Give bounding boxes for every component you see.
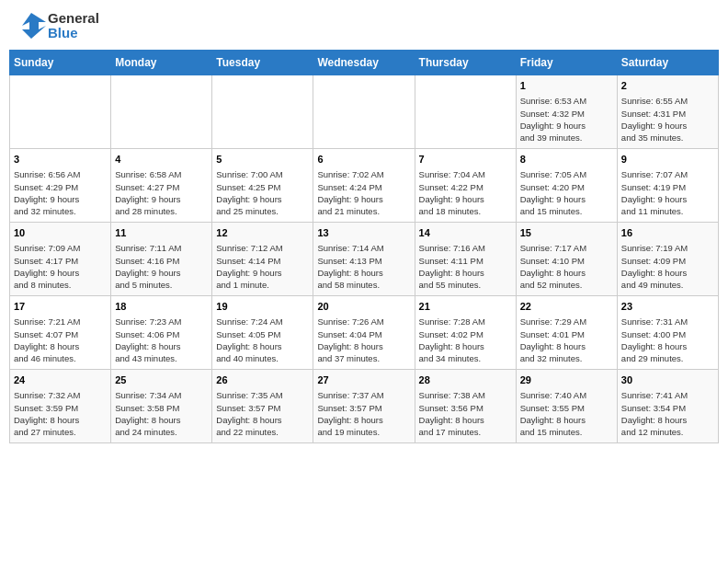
column-header-monday: Monday: [111, 51, 212, 75]
calendar-cell: 25Sunrise: 7:34 AM Sunset: 3:58 PM Dayli…: [111, 370, 212, 443]
logo-general: General: [48, 10, 99, 26]
day-number: 15: [520, 226, 613, 240]
day-number: 18: [115, 300, 208, 314]
calendar-cell: 10Sunrise: 7:09 AM Sunset: 4:17 PM Dayli…: [10, 223, 111, 296]
day-info: Sunrise: 7:00 AM Sunset: 4:25 PM Dayligh…: [216, 168, 309, 217]
calendar-week-row: 24Sunrise: 7:32 AM Sunset: 3:59 PM Dayli…: [10, 370, 719, 443]
calendar-week-row: 17Sunrise: 7:21 AM Sunset: 4:07 PM Dayli…: [10, 296, 719, 370]
day-info: Sunrise: 6:58 AM Sunset: 4:27 PM Dayligh…: [115, 168, 208, 217]
day-info: Sunrise: 7:14 AM Sunset: 4:13 PM Dayligh…: [317, 242, 410, 291]
day-number: 27: [317, 373, 410, 387]
day-number: 12: [216, 226, 309, 240]
day-number: 23: [621, 300, 714, 314]
logo: General Blue: [13, 9, 99, 42]
day-info: Sunrise: 6:55 AM Sunset: 4:31 PM Dayligh…: [621, 95, 714, 144]
day-number: 8: [520, 153, 613, 167]
calendar-cell: 19Sunrise: 7:24 AM Sunset: 4:05 PM Dayli…: [212, 296, 313, 370]
calendar-cell: 12Sunrise: 7:12 AM Sunset: 4:14 PM Dayli…: [212, 223, 313, 296]
day-info: Sunrise: 6:56 AM Sunset: 4:29 PM Dayligh…: [14, 168, 107, 217]
calendar-cell: 27Sunrise: 7:37 AM Sunset: 3:57 PM Dayli…: [313, 370, 415, 443]
day-number: 21: [419, 300, 512, 314]
day-number: 22: [520, 300, 613, 314]
calendar-cell: 1Sunrise: 6:53 AM Sunset: 4:32 PM Daylig…: [516, 75, 617, 149]
calendar-cell: 17Sunrise: 7:21 AM Sunset: 4:07 PM Dayli…: [10, 296, 111, 370]
day-number: 14: [419, 226, 512, 240]
calendar-cell: 21Sunrise: 7:28 AM Sunset: 4:02 PM Dayli…: [415, 296, 516, 370]
calendar-cell: 26Sunrise: 7:35 AM Sunset: 3:57 PM Dayli…: [212, 370, 313, 443]
day-number: 7: [419, 153, 512, 167]
day-number: 5: [216, 153, 309, 167]
column-header-thursday: Thursday: [415, 51, 516, 75]
day-number: 26: [216, 373, 309, 387]
calendar-week-row: 10Sunrise: 7:09 AM Sunset: 4:17 PM Dayli…: [10, 223, 719, 296]
column-header-wednesday: Wednesday: [313, 51, 415, 75]
day-info: Sunrise: 7:09 AM Sunset: 4:17 PM Dayligh…: [14, 242, 107, 291]
day-number: 9: [621, 153, 714, 167]
calendar-cell: 9Sunrise: 7:07 AM Sunset: 4:19 PM Daylig…: [617, 149, 718, 223]
calendar-week-row: 3Sunrise: 6:56 AM Sunset: 4:29 PM Daylig…: [10, 149, 719, 223]
calendar-cell: 3Sunrise: 6:56 AM Sunset: 4:29 PM Daylig…: [10, 149, 111, 223]
day-number: 24: [14, 373, 107, 387]
day-info: Sunrise: 7:24 AM Sunset: 4:05 PM Dayligh…: [216, 316, 309, 364]
calendar-cell: 22Sunrise: 7:29 AM Sunset: 4:01 PM Dayli…: [516, 296, 617, 370]
day-info: Sunrise: 7:31 AM Sunset: 4:00 PM Dayligh…: [621, 316, 714, 364]
calendar-cell: [313, 75, 415, 149]
day-info: Sunrise: 7:17 AM Sunset: 4:10 PM Dayligh…: [520, 242, 613, 291]
day-number: 29: [520, 373, 613, 387]
calendar-header-row: SundayMondayTuesdayWednesdayThursdayFrid…: [10, 51, 719, 75]
svg-marker-0: [22, 13, 46, 39]
day-number: 11: [115, 226, 208, 240]
calendar-cell: 8Sunrise: 7:05 AM Sunset: 4:20 PM Daylig…: [516, 149, 617, 223]
day-info: Sunrise: 7:07 AM Sunset: 4:19 PM Dayligh…: [621, 168, 714, 217]
day-info: Sunrise: 7:04 AM Sunset: 4:22 PM Dayligh…: [419, 168, 512, 217]
calendar-cell: [111, 75, 212, 149]
day-number: 17: [14, 300, 107, 314]
day-info: Sunrise: 7:26 AM Sunset: 4:04 PM Dayligh…: [317, 316, 410, 364]
day-number: 13: [317, 226, 410, 240]
day-info: Sunrise: 7:23 AM Sunset: 4:06 PM Dayligh…: [115, 316, 208, 364]
calendar-cell: [415, 75, 516, 149]
calendar-cell: [212, 75, 313, 149]
day-info: Sunrise: 7:05 AM Sunset: 4:20 PM Dayligh…: [520, 168, 613, 217]
calendar-cell: 4Sunrise: 6:58 AM Sunset: 4:27 PM Daylig…: [111, 149, 212, 223]
calendar-table: SundayMondayTuesdayWednesdayThursdayFrid…: [9, 50, 719, 443]
calendar-cell: 18Sunrise: 7:23 AM Sunset: 4:06 PM Dayli…: [111, 296, 212, 370]
day-number: 19: [216, 300, 309, 314]
day-info: Sunrise: 7:11 AM Sunset: 4:16 PM Dayligh…: [115, 242, 208, 291]
calendar-cell: 5Sunrise: 7:00 AM Sunset: 4:25 PM Daylig…: [212, 149, 313, 223]
day-info: Sunrise: 7:21 AM Sunset: 4:07 PM Dayligh…: [14, 316, 107, 364]
calendar-cell: 2Sunrise: 6:55 AM Sunset: 4:31 PM Daylig…: [617, 75, 718, 149]
day-number: 20: [317, 300, 410, 314]
calendar-cell: 15Sunrise: 7:17 AM Sunset: 4:10 PM Dayli…: [516, 223, 617, 296]
calendar-cell: 13Sunrise: 7:14 AM Sunset: 4:13 PM Dayli…: [313, 223, 415, 296]
day-info: Sunrise: 7:28 AM Sunset: 4:02 PM Dayligh…: [419, 316, 512, 364]
calendar-cell: 20Sunrise: 7:26 AM Sunset: 4:04 PM Dayli…: [313, 296, 415, 370]
day-info: Sunrise: 7:34 AM Sunset: 3:58 PM Dayligh…: [115, 389, 208, 438]
day-number: 1: [520, 79, 613, 93]
day-info: Sunrise: 7:38 AM Sunset: 3:56 PM Dayligh…: [419, 389, 512, 438]
calendar-cell: 30Sunrise: 7:41 AM Sunset: 3:54 PM Dayli…: [617, 370, 718, 443]
logo-container: General Blue: [13, 9, 99, 42]
day-info: Sunrise: 7:02 AM Sunset: 4:24 PM Dayligh…: [317, 168, 410, 217]
calendar-week-row: 1Sunrise: 6:53 AM Sunset: 4:32 PM Daylig…: [10, 75, 719, 149]
day-number: 4: [115, 153, 208, 167]
day-number: 2: [621, 79, 714, 93]
calendar-cell: 23Sunrise: 7:31 AM Sunset: 4:00 PM Dayli…: [617, 296, 718, 370]
day-number: 10: [14, 226, 107, 240]
day-info: Sunrise: 7:29 AM Sunset: 4:01 PM Dayligh…: [520, 316, 613, 364]
logo-blue: Blue: [48, 25, 78, 40]
day-info: Sunrise: 7:19 AM Sunset: 4:09 PM Dayligh…: [621, 242, 714, 291]
calendar-cell: [10, 75, 111, 149]
logo-bird-icon: [13, 9, 46, 42]
column-header-tuesday: Tuesday: [212, 51, 313, 75]
day-number: 3: [14, 153, 107, 167]
day-info: Sunrise: 7:40 AM Sunset: 3:55 PM Dayligh…: [520, 389, 613, 438]
calendar-cell: 14Sunrise: 7:16 AM Sunset: 4:11 PM Dayli…: [415, 223, 516, 296]
day-number: 28: [419, 373, 512, 387]
column-header-friday: Friday: [516, 51, 617, 75]
page-header: General Blue: [9, 9, 719, 42]
day-info: Sunrise: 7:41 AM Sunset: 3:54 PM Dayligh…: [621, 389, 714, 438]
calendar-cell: 24Sunrise: 7:32 AM Sunset: 3:59 PM Dayli…: [10, 370, 111, 443]
day-number: 30: [621, 373, 714, 387]
calendar-cell: 29Sunrise: 7:40 AM Sunset: 3:55 PM Dayli…: [516, 370, 617, 443]
